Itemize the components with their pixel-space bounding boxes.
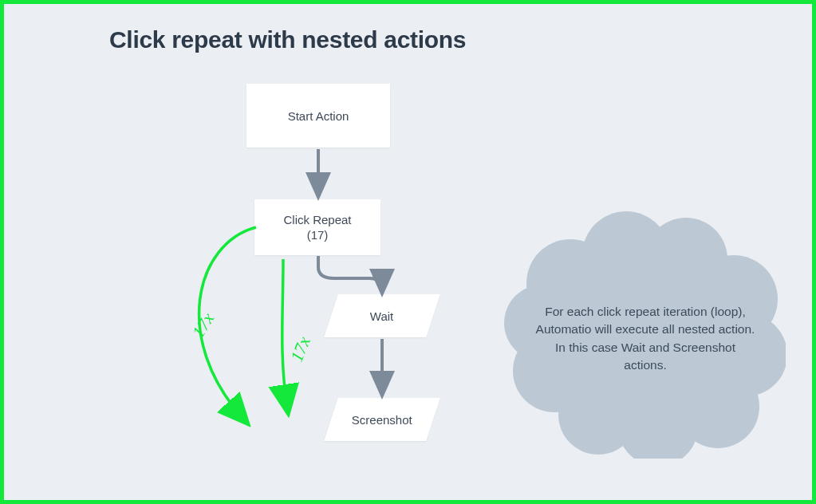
diagram-title: Click repeat with nested actions [109, 26, 466, 53]
annotation-loop-count-right: 17x [286, 333, 315, 364]
click-repeat-text: Click Repeat [283, 213, 351, 226]
node-start-label: Start Action [288, 109, 349, 123]
node-wait: Wait [324, 294, 440, 337]
arrow-click-to-wait [318, 256, 382, 291]
callout-cloud: For each click repeat iteration (loop), … [499, 211, 786, 459]
node-screenshot: Screenshot [324, 398, 440, 441]
node-start-action: Start Action [246, 84, 390, 148]
loop-arrow-right [282, 259, 287, 407]
annotation-loop-count-left: 17x [187, 309, 219, 342]
node-click-label: Click Repeat (17) [283, 212, 351, 243]
callout-text: For each click repeat iteration (loop), … [534, 303, 757, 375]
node-screenshot-label: Screenshot [352, 413, 412, 427]
node-wait-label: Wait [370, 309, 393, 323]
click-repeat-count: (17) [307, 228, 329, 242]
node-click-repeat: Click Repeat (17) [254, 199, 380, 255]
